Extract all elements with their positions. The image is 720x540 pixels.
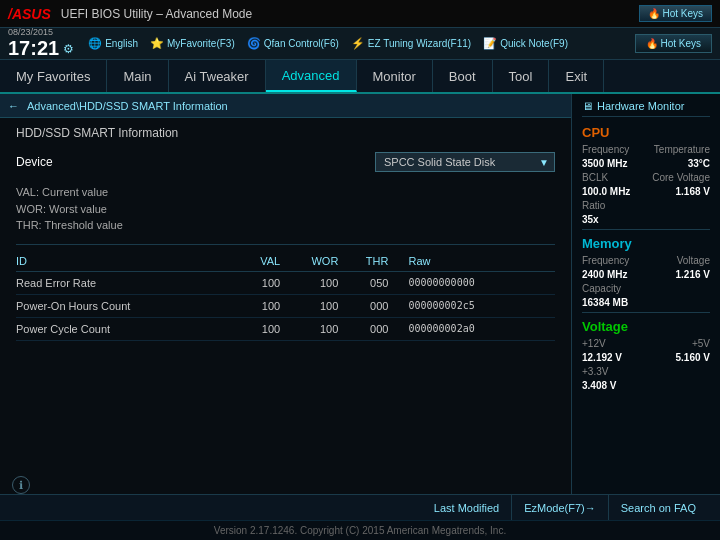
mem-freq-label: Frequency [582, 255, 629, 266]
col-thr: THR [342, 251, 392, 272]
time-display: 17:21 [8, 37, 59, 60]
mem-cap-label: Capacity [582, 283, 621, 294]
cpu-bclk-value: 100.0 MHz [582, 186, 630, 197]
hot-keys-btn[interactable]: 🔥 Hot Keys [635, 34, 712, 53]
fan-icon: 🌀 [247, 37, 261, 50]
table-row: Power-On Hours Count 100 100 000 0000000… [16, 294, 555, 317]
shortcut-bar: 08/23/2015 17:21 ⚙ 🌐 English ⭐ MyFavorit… [0, 28, 720, 60]
info-button[interactable]: ℹ [12, 476, 30, 494]
ez-mode-btn[interactable]: EzMode(F7)→ [511, 495, 608, 520]
voltage-section-title: Voltage [582, 319, 710, 334]
bottom-bar: Last Modified EzMode(F7)→ Search on FAQ [0, 494, 720, 520]
date-text: 08/23/2015 [8, 27, 74, 37]
gear-icon[interactable]: ⚙ [63, 42, 74, 56]
cell-val: 100 [239, 317, 284, 340]
col-wor: WOR [284, 251, 342, 272]
table-row: Power Cycle Count 100 100 000 000000002a… [16, 317, 555, 340]
col-raw: Raw [392, 251, 555, 272]
cell-id: Power-On Hours Count [16, 294, 239, 317]
nav-main[interactable]: Main [107, 60, 168, 92]
device-row: Device SPCC Solid State Disk ▼ [16, 152, 555, 172]
cpu-bclk-value-row: 100.0 MHz 1.168 V [582, 186, 710, 197]
cpu-cv-value: 1.168 V [676, 186, 710, 197]
mem-freq-row: Frequency Voltage [582, 255, 710, 266]
nav-ai-tweaker[interactable]: Ai Tweaker [169, 60, 266, 92]
nav-boot[interactable]: Boot [433, 60, 493, 92]
cell-wor: 100 [284, 294, 342, 317]
mem-volt-value: 1.216 V [676, 269, 710, 280]
cell-thr: 000 [342, 294, 392, 317]
volt-33-row: +3.3V [582, 366, 710, 377]
v5-label: +5V [692, 338, 710, 349]
breadcrumb-path: Advanced\HDD/SSD SMART Information [27, 100, 228, 112]
device-select-wrapper: SPCC Solid State Disk ▼ [375, 152, 555, 172]
col-id: ID [16, 251, 239, 272]
nav-exit[interactable]: Exit [549, 60, 604, 92]
cell-wor: 100 [284, 317, 342, 340]
cpu-ratio-label: Ratio [582, 200, 605, 211]
last-modified-btn[interactable]: Last Modified [422, 495, 511, 520]
cpu-bclk-row: BCLK Core Voltage [582, 172, 710, 183]
volt-12-row: +12V +5V [582, 338, 710, 349]
cpu-frequency-value-row: 3500 MHz 33°C [582, 158, 710, 169]
cell-wor: 100 [284, 271, 342, 294]
smart-table-body: Read Error Rate 100 100 050 00000000000 … [16, 271, 555, 340]
cpu-temp-value: 33°C [688, 158, 710, 169]
mem-freq-value: 2400 MHz [582, 269, 628, 280]
hw-monitor-header: 🖥 Hardware Monitor [582, 100, 710, 117]
shortcut-quick-note[interactable]: 📝 Quick Note(F9) [483, 37, 568, 50]
divider [16, 244, 555, 245]
cpu-bclk-label: BCLK [582, 172, 608, 183]
legend-val: VAL: Current value [16, 184, 555, 201]
cpu-temp-label: Temperature [654, 144, 710, 155]
mem-cap-row: Capacity [582, 283, 710, 294]
device-label: Device [16, 155, 96, 169]
nav-my-favorites[interactable]: My Favorites [0, 60, 107, 92]
search-faq-btn[interactable]: Search on FAQ [608, 495, 708, 520]
nav-advanced[interactable]: Advanced [266, 60, 357, 92]
smart-table: ID VAL WOR THR Raw Read Error Rate 100 1… [16, 251, 555, 341]
asus-logo: /ASUS [8, 6, 51, 22]
cell-id: Read Error Rate [16, 271, 239, 294]
cell-val: 100 [239, 271, 284, 294]
main-area: ← Advanced\HDD/SSD SMART Information HDD… [0, 94, 720, 494]
monitor-icon: 🖥 [582, 100, 593, 112]
legend: VAL: Current value WOR: Worst value THR:… [16, 184, 555, 234]
shortcut-myfavorite[interactable]: ⭐ MyFavorite(F3) [150, 37, 235, 50]
device-select[interactable]: SPCC Solid State Disk [375, 152, 555, 172]
hw-monitor-title: Hardware Monitor [597, 100, 684, 112]
cell-raw: 00000000000 [392, 271, 555, 294]
shortcut-qfan[interactable]: 🌀 Qfan Control(F6) [247, 37, 339, 50]
mem-cap-value-row: 16384 MB [582, 297, 710, 308]
hot-keys-button[interactable]: 🔥 Hot Keys [639, 5, 712, 22]
shortcut-ez-tuning[interactable]: ⚡ EZ Tuning Wizard(F11) [351, 37, 471, 50]
content-area: HDD/SSD SMART Information Device SPCC So… [0, 118, 571, 349]
table-row: Read Error Rate 100 100 050 00000000000 [16, 271, 555, 294]
search-faq-label: Search on FAQ [621, 502, 696, 514]
back-arrow[interactable]: ← [8, 100, 19, 112]
memory-section-title: Memory [582, 236, 710, 251]
cpu-freq-label: Frequency [582, 144, 629, 155]
mem-cap-value: 16384 MB [582, 297, 628, 308]
cell-raw: 000000002a0 [392, 317, 555, 340]
cpu-cv-label: Core Voltage [652, 172, 710, 183]
v12-label: +12V [582, 338, 606, 349]
v33-value: 3.408 V [582, 380, 616, 391]
cpu-ratio-value: 35x [582, 214, 599, 225]
hw-divider-2 [582, 312, 710, 313]
v33-label: +3.3V [582, 366, 608, 377]
volt-33-value-row: 3.408 V [582, 380, 710, 391]
ez-mode-label: EzMode(F7)→ [524, 502, 596, 514]
shortcut-english[interactable]: 🌐 English [88, 37, 138, 50]
nav-tool[interactable]: Tool [493, 60, 550, 92]
nav-monitor[interactable]: Monitor [357, 60, 433, 92]
note-icon: 📝 [483, 37, 497, 50]
cpu-ratio-row: Ratio [582, 200, 710, 211]
legend-thr: THR: Threshold value [16, 217, 555, 234]
star-icon: ⭐ [150, 37, 164, 50]
cell-thr: 000 [342, 317, 392, 340]
cell-val: 100 [239, 294, 284, 317]
hw-divider-1 [582, 229, 710, 230]
cell-thr: 050 [342, 271, 392, 294]
cpu-section-title: CPU [582, 125, 710, 140]
